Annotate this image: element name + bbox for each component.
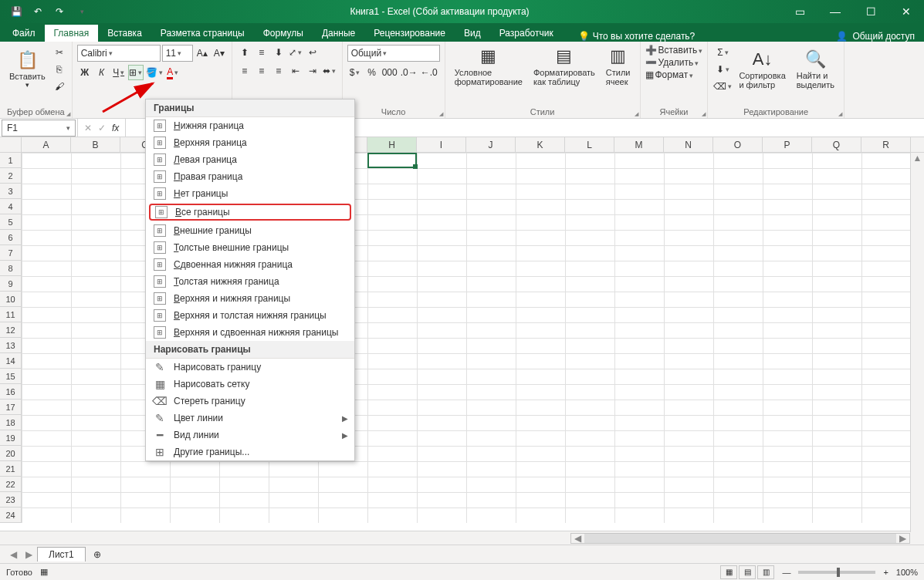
draw-border-option[interactable]: ✎Цвет линии▶ (146, 410, 354, 427)
row-header-24[interactable]: 24 (0, 508, 22, 523)
row-header-13[interactable]: 13 (0, 338, 22, 353)
row-header-4[interactable]: 4 (0, 199, 22, 214)
tab-data[interactable]: Данные (313, 25, 364, 42)
border-option[interactable]: ⊞Толстая нижняя граница (146, 273, 354, 290)
align-right-button[interactable]: ≡ (271, 63, 286, 79)
accounting-button[interactable]: $ (347, 65, 363, 80)
select-all-corner[interactable] (0, 137, 22, 152)
draw-border-option[interactable]: ⊞Другие границы... (146, 443, 354, 460)
tab-file[interactable]: Файл (3, 25, 45, 42)
fill-button[interactable]: ⬇ (712, 62, 733, 77)
ribbon-options-button[interactable]: ▭ (782, 0, 817, 23)
tab-insert[interactable]: Вставка (98, 25, 151, 42)
row-header-21[interactable]: 21 (0, 461, 22, 477)
row-header-16[interactable]: 16 (0, 384, 22, 400)
sheet-nav-next[interactable]: ▶ (22, 549, 36, 560)
row-header-19[interactable]: 19 (0, 430, 22, 446)
horizontal-scrollbar[interactable]: ◀▶ (0, 531, 924, 545)
maximize-button[interactable]: ☐ (853, 0, 888, 23)
align-middle-button[interactable]: ≡ (254, 45, 269, 60)
draw-border-option[interactable]: ━Вид линии▶ (146, 427, 354, 443)
row-header-23[interactable]: 23 (0, 492, 22, 508)
border-option[interactable]: ⊞Верхняя и толстая нижняя границы (146, 307, 354, 324)
row-header-5[interactable]: 5 (0, 214, 22, 230)
col-header-H[interactable]: H (367, 137, 417, 152)
normal-view-button[interactable]: ▦ (720, 565, 737, 579)
conditional-formatting-button[interactable]: ▦Условное форматирование (450, 45, 527, 88)
row-header-18[interactable]: 18 (0, 415, 22, 430)
row-header-17[interactable]: 17 (0, 400, 22, 415)
macro-record-icon[interactable]: ▦ (40, 567, 48, 577)
copy-button[interactable]: ⎘ (52, 62, 67, 77)
vertical-scrollbar[interactable]: ▲ (910, 153, 924, 532)
col-header-R[interactable]: R (861, 137, 911, 152)
row-header-22[interactable]: 22 (0, 477, 22, 492)
row-header-15[interactable]: 15 (0, 369, 22, 384)
close-button[interactable]: ✕ (888, 0, 924, 23)
qat-customize[interactable] (71, 2, 91, 22)
col-header-I[interactable]: I (417, 137, 466, 152)
border-option[interactable]: ⊞Нижняя граница (146, 117, 354, 134)
row-header-7[interactable]: 7 (0, 245, 22, 261)
share-button[interactable]: 👤Общий доступ (836, 31, 924, 42)
row-header-8[interactable]: 8 (0, 261, 22, 276)
insert-cells-button[interactable]: Вставить (658, 45, 703, 56)
border-option[interactable]: ⊞Толстые внешние границы (146, 239, 354, 256)
col-header-O[interactable]: O (713, 137, 763, 152)
sheet-tab-1[interactable]: Лист1 (37, 547, 86, 561)
row-header-14[interactable]: 14 (0, 353, 22, 369)
orientation-button[interactable]: ⤢ (288, 45, 303, 60)
active-cell[interactable] (367, 153, 417, 168)
percent-button[interactable]: % (364, 65, 380, 80)
col-header-K[interactable]: K (516, 137, 565, 152)
sheet-nav-prev[interactable]: ◀ (6, 549, 20, 560)
zoom-out-button[interactable]: — (782, 568, 790, 577)
row-header-3[interactable]: 3 (0, 184, 22, 199)
draw-border-option[interactable]: ⌫Стереть границу (146, 393, 354, 410)
border-option[interactable]: ⊞Верхняя и сдвоенная нижняя границы (146, 324, 354, 341)
find-select-button[interactable]: 🔍Найти и выделить (792, 45, 839, 94)
comma-button[interactable]: 000 (381, 65, 398, 80)
redo-button[interactable]: ↷ (49, 2, 69, 22)
col-header-B[interactable]: B (71, 137, 120, 152)
italic-button[interactable]: К (94, 65, 110, 80)
cut-button[interactable]: ✂ (52, 45, 67, 60)
border-option[interactable]: ⊞Верхняя и нижняя границы (146, 290, 354, 307)
tab-review[interactable]: Рецензирование (364, 25, 455, 42)
format-as-table-button[interactable]: ▤Форматировать как таблицу (529, 45, 600, 88)
row-header-12[interactable]: 12 (0, 322, 22, 338)
increase-indent-button[interactable]: ⇥ (305, 63, 320, 79)
align-top-button[interactable]: ⬆ (237, 45, 252, 60)
new-sheet-button[interactable]: ⊕ (87, 548, 107, 561)
paste-button[interactable]: 📋Вставить▾ (5, 45, 50, 94)
col-header-Q[interactable]: Q (812, 137, 861, 152)
save-button[interactable]: 💾 (6, 2, 26, 22)
tab-formulas[interactable]: Формулы (254, 25, 313, 42)
col-header-N[interactable]: N (664, 137, 713, 152)
row-header-1[interactable]: 1 (0, 153, 22, 168)
tab-page-layout[interactable]: Разметка страницы (151, 25, 254, 42)
font-color-button[interactable]: A (165, 65, 181, 80)
row-header-6[interactable]: 6 (0, 230, 22, 245)
enter-formula-button[interactable]: ✓ (98, 123, 106, 133)
number-format-combo[interactable]: Общий (347, 45, 440, 62)
increase-font-button[interactable]: A▴ (195, 46, 210, 61)
worksheet-grid[interactable]: 123456789101112131415161718192021222324 (0, 153, 924, 523)
border-option[interactable]: ⊞Сдвоенная нижняя граница (146, 256, 354, 273)
decrease-font-button[interactable]: A▾ (212, 46, 227, 61)
row-header-2[interactable]: 2 (0, 168, 22, 184)
page-layout-view-button[interactable]: ▤ (739, 565, 756, 579)
minimize-button[interactable]: — (817, 0, 853, 23)
align-bottom-button[interactable]: ⬇ (271, 45, 286, 60)
col-header-P[interactable]: P (763, 137, 812, 152)
fill-color-button[interactable]: 🪣 (145, 65, 164, 80)
draw-border-option[interactable]: ▦Нарисовать сетку (146, 376, 354, 393)
zoom-slider[interactable] (798, 571, 875, 574)
border-option[interactable]: ⊞Правая граница (146, 168, 354, 185)
border-option[interactable]: ⊞Внешние границы (146, 222, 354, 239)
name-box[interactable]: F1▾ (2, 120, 76, 137)
align-left-button[interactable]: ≡ (237, 63, 252, 79)
bold-button[interactable]: Ж (77, 65, 93, 80)
fx-button[interactable]: fx (112, 123, 119, 133)
autosum-button[interactable]: Σ (712, 45, 733, 60)
